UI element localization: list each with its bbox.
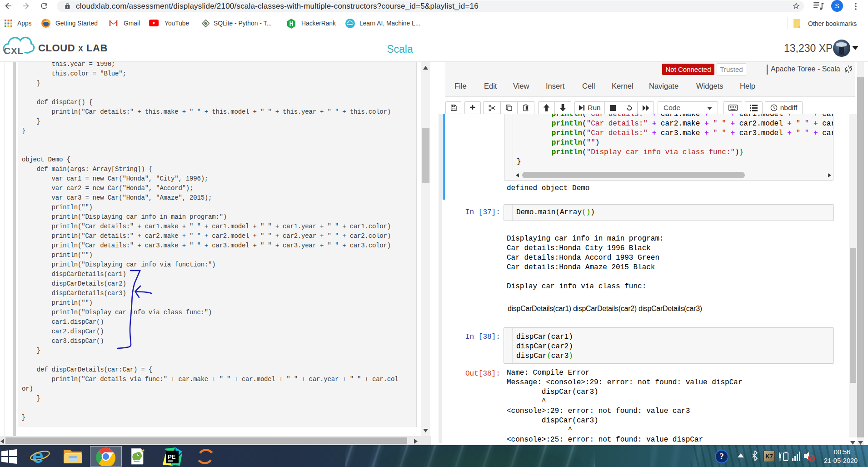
svg-text:PE: PE <box>168 453 176 460</box>
svg-text:e: e <box>32 447 44 466</box>
svg-text:CXL: CXL <box>4 45 24 56</box>
